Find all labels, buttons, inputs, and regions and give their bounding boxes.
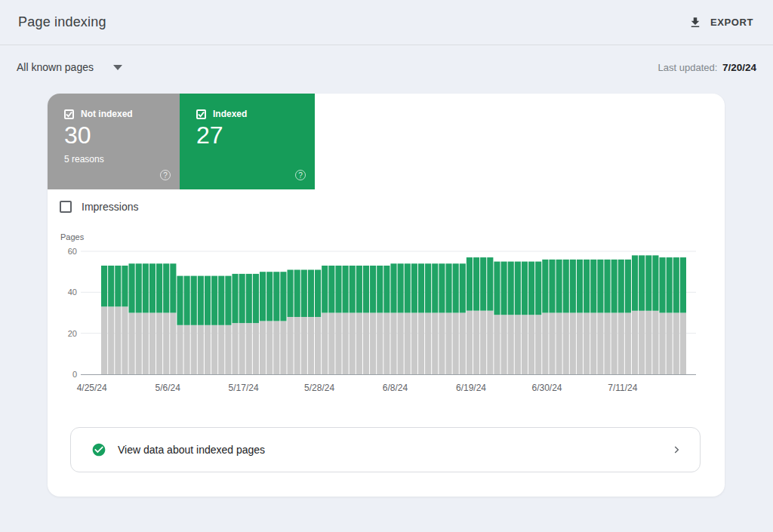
svg-text:6/30/24: 6/30/24 xyxy=(531,383,562,393)
last-updated-date: 7/20/24 xyxy=(722,62,756,73)
svg-text:4/25/24: 4/25/24 xyxy=(77,383,107,393)
svg-text:7/11/24: 7/11/24 xyxy=(608,383,637,393)
svg-text:6/8/24: 6/8/24 xyxy=(383,383,408,393)
svg-text:0: 0 xyxy=(72,370,77,379)
svg-text:5/28/24: 5/28/24 xyxy=(304,383,334,393)
export-button[interactable]: EXPORT xyxy=(688,16,753,29)
page-filter-value: All known pages xyxy=(17,61,94,73)
indexed-label: Indexed xyxy=(213,109,247,119)
indexing-chart-section: Pages 02040604/25/245/6/245/17/245/28/24… xyxy=(59,232,725,404)
last-updated: Last updated: 7/20/24 xyxy=(658,62,756,73)
svg-text:6/19/24: 6/19/24 xyxy=(456,383,486,393)
check-icon xyxy=(66,111,72,118)
chart-y-axis-title: Pages xyxy=(60,232,725,241)
impressions-checkbox[interactable] xyxy=(60,201,72,213)
download-icon xyxy=(688,16,702,29)
svg-text:5/17/24: 5/17/24 xyxy=(229,383,259,393)
not-indexed-card-header: Not indexed xyxy=(64,109,180,119)
view-indexed-data-row[interactable]: View data about indexed pages xyxy=(70,427,701,472)
filter-row: All known pages Last updated: 7/20/24 xyxy=(0,45,773,73)
not-indexed-reasons: 5 reasons xyxy=(64,154,180,165)
check-icon xyxy=(198,111,205,118)
arrow-drop-down-icon xyxy=(113,65,122,70)
indexing-chart[interactable]: 02040604/25/245/6/245/17/245/28/246/8/24… xyxy=(59,244,702,404)
chevron-right-icon xyxy=(671,444,682,455)
status-cards: Not indexed 30 5 reasons ? Indexed 27 ? xyxy=(48,94,725,189)
indexed-card-header: Indexed xyxy=(196,109,315,119)
svg-text:60: 60 xyxy=(68,247,77,256)
indexed-card[interactable]: Indexed 27 ? xyxy=(180,94,315,189)
indexed-count: 27 xyxy=(196,123,315,147)
last-updated-label: Last updated: xyxy=(658,62,718,73)
help-icon[interactable]: ? xyxy=(160,170,171,180)
page-header: Page indexing EXPORT xyxy=(0,0,773,45)
indexed-checkbox[interactable] xyxy=(196,109,206,119)
view-indexed-data-label: View data about indexed pages xyxy=(118,444,265,456)
check-circle-icon xyxy=(91,442,106,457)
not-indexed-card[interactable]: Not indexed 30 5 reasons ? xyxy=(48,94,180,189)
page-filter-dropdown[interactable]: All known pages xyxy=(17,61,122,73)
not-indexed-label: Not indexed xyxy=(81,109,133,119)
not-indexed-count: 30 xyxy=(64,123,180,147)
help-icon[interactable]: ? xyxy=(295,170,306,180)
impressions-label: Impressions xyxy=(82,201,138,213)
not-indexed-checkbox[interactable] xyxy=(64,109,74,119)
page-title: Page indexing xyxy=(18,14,106,30)
svg-text:20: 20 xyxy=(68,329,77,338)
svg-text:5/6/24: 5/6/24 xyxy=(156,383,181,393)
export-label: EXPORT xyxy=(710,17,753,28)
impressions-checkbox-row[interactable]: Impressions xyxy=(60,201,138,213)
indexing-panel: Not indexed 30 5 reasons ? Indexed 27 ? … xyxy=(48,94,725,497)
svg-text:40: 40 xyxy=(68,288,77,297)
